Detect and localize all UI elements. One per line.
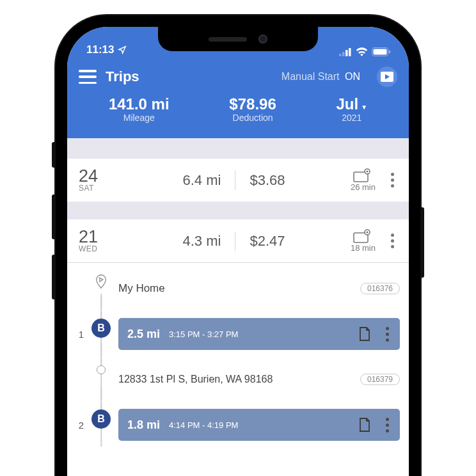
start-pin-icon	[94, 274, 108, 289]
wifi-icon	[356, 47, 368, 56]
app-header: Trips Manual Start ON 141.0 mi Mileage	[67, 60, 409, 138]
trip-times: 3:15 PM - 3:27 PM	[169, 329, 238, 339]
trip-times: 4:14 PM - 4:19 PM	[169, 420, 238, 430]
svg-point-12	[367, 232, 369, 234]
day-duration: 18 min	[351, 243, 376, 253]
chevron-down-icon: ▼	[361, 104, 367, 111]
trip-note-button[interactable]	[358, 326, 372, 342]
svg-rect-3	[349, 48, 351, 56]
trip-distance: 1.8 mi	[127, 418, 160, 432]
trip-index: 1	[76, 329, 84, 340]
deduction-label: Deduction	[229, 113, 276, 123]
svg-rect-2	[345, 50, 348, 56]
day-number: 21	[79, 228, 117, 246]
day-more-button[interactable]	[386, 234, 399, 248]
svg-rect-1	[342, 52, 345, 56]
section-gap	[67, 202, 409, 219]
status-time: 11:13	[86, 44, 114, 56]
day-weekday: WED	[79, 244, 117, 253]
trip-index: 2	[76, 420, 84, 431]
map-pin-icon	[353, 168, 372, 182]
trip-more-button[interactable]	[381, 418, 393, 432]
location-arrow-icon	[118, 45, 127, 54]
location-label[interactable]: My Home	[118, 282, 353, 295]
manual-start-toggle[interactable]: Manual Start ON	[282, 71, 360, 83]
location-id-badge: 016376	[360, 283, 400, 294]
day-more-button[interactable]	[386, 173, 399, 187]
mileage-stat: 141.0 mi Mileage	[109, 96, 170, 123]
trip-timeline: My Home 016376 1 B 2.5 mi 3:1	[67, 263, 409, 441]
play-icon	[385, 74, 390, 79]
signal-icon	[339, 48, 352, 56]
day-weekday: SAT	[79, 184, 117, 193]
battery-icon	[372, 47, 391, 56]
document-icon	[358, 417, 371, 432]
document-icon	[358, 326, 371, 342]
trip-more-button[interactable]	[381, 327, 393, 342]
deduction-value: $78.96	[229, 96, 276, 113]
trip-row[interactable]: 1 B 2.5 mi 3:15 PM - 3:27 PM	[76, 318, 400, 350]
location-id-badge: 016379	[360, 374, 400, 385]
day-number: 24	[79, 168, 117, 185]
trip-type-badge: B	[91, 409, 111, 429]
month-year: 2021	[337, 113, 368, 123]
day-summary-row[interactable]: 21 WED 4.3 mi $2.47 18 min	[67, 219, 409, 262]
section-gap	[67, 138, 409, 159]
day-miles: 6.4 mi	[168, 172, 235, 189]
mileage-label: Mileage	[109, 113, 170, 123]
day-duration: 26 min	[351, 182, 376, 192]
map-pin-icon	[353, 229, 372, 243]
page-title: Trips	[106, 68, 139, 85]
trip-note-button[interactable]	[358, 416, 372, 433]
deduction-stat: $78.96 Deduction	[229, 96, 276, 123]
svg-rect-6	[389, 51, 390, 54]
svg-rect-0	[339, 54, 342, 56]
svg-rect-5	[374, 49, 387, 55]
manual-start-value: ON	[345, 71, 360, 82]
waypoint-icon	[97, 365, 106, 374]
day-summary-row[interactable]: 24 SAT 6.4 mi $3.68 26 min	[67, 159, 409, 202]
day-miles: 4.3 mi	[168, 233, 235, 250]
trip-distance: 2.5 mi	[127, 328, 160, 341]
day-map-button[interactable]: 26 min	[351, 168, 376, 192]
trip-type-badge: B	[91, 319, 111, 338]
svg-marker-13	[100, 278, 103, 282]
month-value: Jul	[337, 96, 359, 113]
trip-row[interactable]: 2 B 1.8 mi 4:14 PM - 4:19 PM	[76, 409, 400, 441]
tutorial-video-button[interactable]	[377, 67, 397, 87]
day-map-button[interactable]: 18 min	[351, 229, 376, 253]
svg-point-9	[367, 171, 369, 173]
manual-start-label: Manual Start	[282, 71, 340, 82]
day-amount: $3.68	[235, 172, 299, 189]
location-label[interactable]: 12833 1st Pl S, Burien, WA 98168	[118, 374, 353, 385]
month-picker[interactable]: Jul ▼ 2021	[337, 96, 368, 123]
mileage-value: 141.0 mi	[109, 96, 170, 113]
day-amount: $2.47	[235, 233, 299, 250]
menu-icon[interactable]	[79, 70, 97, 84]
